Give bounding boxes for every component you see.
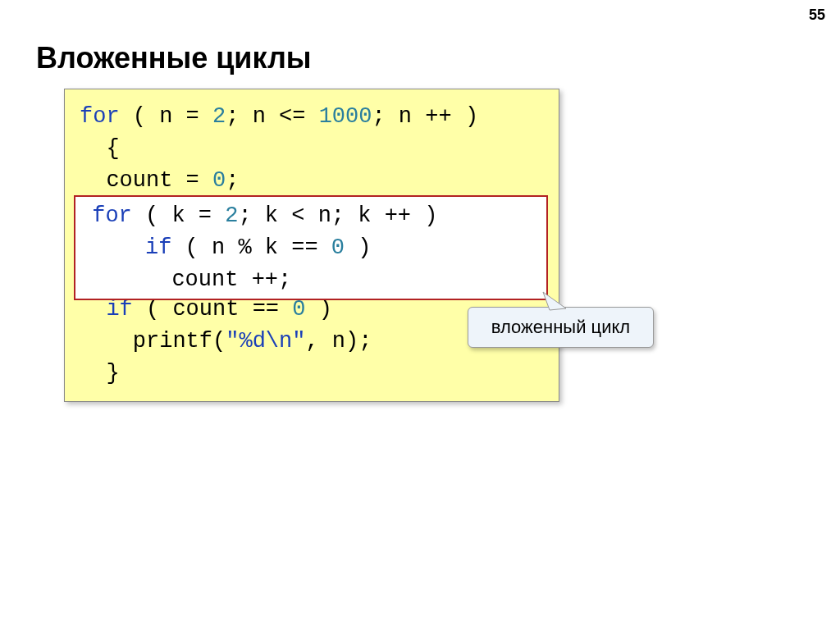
page-number: 55 — [809, 7, 825, 24]
number-literal: 0 — [292, 297, 305, 322]
inner-loop-highlight: for ( k = 2; k < n; k ++ ) if ( n % k ==… — [74, 195, 548, 300]
number-literal: 0 — [331, 235, 345, 260]
code-line-1: for ( n = 2; n <= 1000; n ++ ) — [80, 101, 544, 133]
keyword-for: for — [92, 203, 132, 228]
string-literal: "%d\n" — [226, 329, 305, 354]
keyword-if: if — [145, 235, 171, 260]
number-literal: 2 — [212, 104, 226, 129]
number-literal: 1000 — [319, 104, 372, 129]
inner-line-1: for ( k = 2; k < n; k ++ ) — [79, 200, 543, 232]
inner-line-2: if ( n % k == 0 ) — [79, 232, 543, 264]
number-literal: 0 — [212, 168, 226, 193]
code-line-2: { — [80, 133, 544, 165]
slide: 55 Вложенные циклы for ( n = 2; n <= 100… — [0, 0, 840, 630]
keyword-for: for — [80, 104, 120, 129]
number-literal: 2 — [225, 203, 238, 228]
code-line-3: count = 0; — [80, 165, 544, 197]
keyword-if: if — [106, 297, 132, 322]
svg-marker-0 — [543, 292, 566, 310]
code-line-9: } — [80, 358, 544, 390]
inner-line-3: count ++; — [79, 264, 543, 296]
slide-title: Вложенные циклы — [36, 41, 312, 75]
